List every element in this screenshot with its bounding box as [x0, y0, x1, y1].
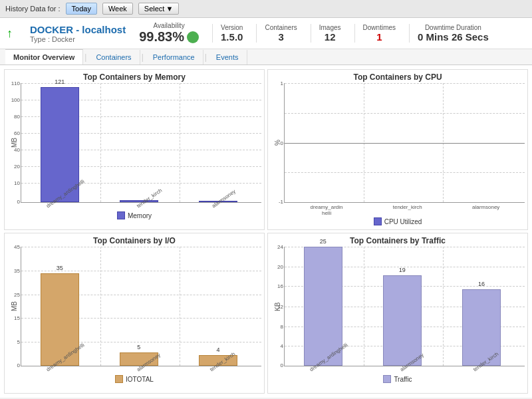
images-label: Images — [319, 24, 341, 31]
memory-chart: Top Containers by Memory MB — [4, 69, 265, 230]
version-label: Version — [221, 24, 243, 31]
docker-name: DOCKER - localhost — [30, 24, 126, 35]
tab-events[interactable]: Events — [208, 50, 247, 65]
io-legend: IOTOTAL — [7, 375, 261, 383]
io-chart-title: Top Containers by I/O — [7, 236, 261, 245]
containers-label: Containers — [265, 24, 297, 31]
docker-title-block: DOCKER - localhost Type : Docker — [30, 24, 126, 43]
version-block: Version 1.5.0 — [212, 24, 243, 43]
docker-type: Type : Docker — [30, 35, 126, 43]
traffic-legend: Traffic — [271, 375, 525, 383]
chevron-down-icon: ▼ — [166, 5, 173, 13]
availability-label: Availability — [154, 22, 185, 29]
io-chart: Top Containers by I/O MB 35 — [4, 233, 265, 394]
tab-performance[interactable]: Performance — [145, 50, 203, 65]
history-label: History Data for : — [5, 5, 61, 13]
downtimes-label: Downtimes — [363, 24, 396, 31]
containers-block: Containers 3 — [256, 24, 297, 43]
cpu-chart: Top Containers by CPU % 1 0 -1 — [267, 69, 528, 230]
cpu-chart-title: Top Containers by CPU — [271, 72, 525, 82]
tabs-bar: Monitor Overview | Containers | Performa… — [0, 49, 532, 65]
downtimes-value: 1 — [376, 31, 382, 43]
memory-legend: Memory — [7, 211, 261, 219]
cpu-x-label-1: dreamy_ardinhelli — [311, 204, 343, 216]
downtimes-block: Downtimes 1 — [354, 24, 396, 43]
version-value: 1.5.0 — [221, 31, 243, 43]
containers-value: 3 — [278, 31, 283, 43]
traffic-chart-title: Top Containers by Traffic — [271, 236, 525, 245]
select-button[interactable]: Select ▼ — [138, 3, 179, 15]
availability-value: 99.83% — [139, 29, 184, 45]
cpu-legend: CPU Utilized — [271, 217, 525, 225]
week-button[interactable]: Week — [102, 3, 133, 15]
traffic-chart: Top Containers by Traffic KB 25 — [267, 233, 528, 394]
cpu-legend-label: CPU Utilized — [384, 218, 422, 225]
cpu-x-label-2: tender_kirch — [393, 204, 422, 216]
tab-monitor-overview[interactable]: Monitor Overview — [5, 49, 83, 65]
io-legend-icon — [115, 375, 123, 383]
downtime-dur-value: 0 Mins 26 Secs — [418, 31, 489, 43]
io-legend-label: IOTOTAL — [126, 376, 154, 383]
top-bar: History Data for : Today Week Select ▼ — [0, 0, 532, 18]
tab-containers[interactable]: Containers — [88, 50, 140, 65]
availability-block: Availability 99.83% — [139, 22, 199, 45]
downtime-dur-block: Downtime Duration 0 Mins 26 Secs — [409, 24, 489, 43]
memory-chart-title: Top Containers by Memory — [7, 72, 261, 82]
charts-area: Top Containers by Memory MB — [0, 65, 532, 398]
images-block: Images 12 — [311, 24, 341, 43]
memory-legend-icon — [117, 211, 125, 219]
traffic-legend-label: Traffic — [394, 376, 412, 383]
header: ↑ DOCKER - localhost Type : Docker Avail… — [0, 18, 532, 49]
cpu-x-label-3: alarmsoney — [472, 204, 499, 216]
traffic-legend-icon — [383, 375, 391, 383]
images-value: 12 — [325, 31, 336, 43]
status-up-icon: ↑ — [7, 27, 13, 41]
availability-pie-icon — [187, 31, 199, 43]
io-y-axis: MB — [7, 247, 21, 366]
memory-legend-label: Memory — [128, 212, 152, 219]
downtime-dur-label: Downtime Duration — [425, 24, 481, 31]
today-button[interactable]: Today — [66, 3, 97, 15]
cpu-legend-icon — [374, 217, 382, 225]
